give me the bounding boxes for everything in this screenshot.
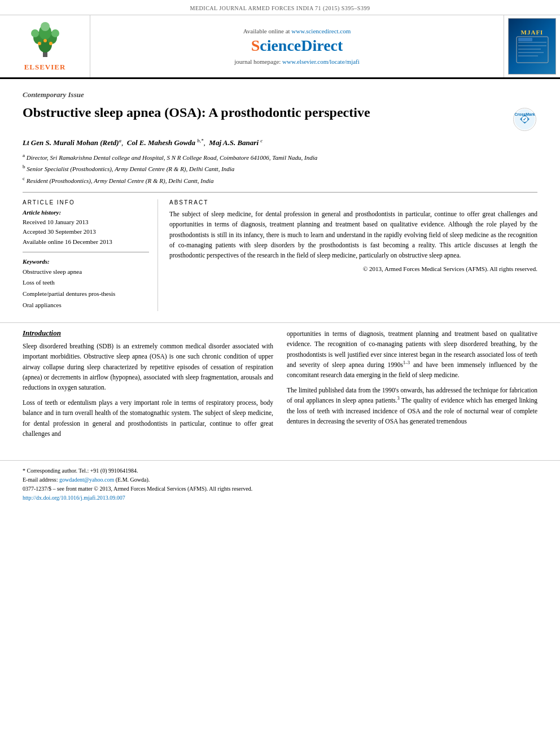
svg-text:✓: ✓ xyxy=(523,117,527,122)
footer-corresponding-author: * Corresponding author. Tel.: +91 (0) 99… xyxy=(23,466,537,475)
crossmark-badge-icon: CrossMark ✓ xyxy=(512,107,537,132)
svg-point-10 xyxy=(43,39,47,42)
keyword-1: Obstructive sleep apnea xyxy=(23,267,149,278)
elsevier-logo-col: ELSEVIER xyxy=(0,15,90,77)
elsevier-label: ELSEVIER xyxy=(24,63,66,72)
intro-para-2: Loss of teeth or edentulism plays a very… xyxy=(23,397,273,439)
right-col-para-2: The limited published data from the 1990… xyxy=(287,385,537,427)
section-label: Contemporary Issue xyxy=(23,90,537,99)
article-title-text: Obstructive sleep apnea (OSA): A prostho… xyxy=(23,104,512,121)
mjafi-cover-graphic xyxy=(515,36,549,64)
author-2: Col E. Mahesh Gowda xyxy=(127,138,195,147)
svg-rect-17 xyxy=(518,38,532,41)
footer-doi-link[interactable]: http://dx.doi.org/10.1016/j.mjafi.2013.0… xyxy=(23,495,125,501)
available-online-date: Available online 16 December 2013 xyxy=(23,237,149,247)
journal-header-bar: Medical Journal Armed Forces India 71 (2… xyxy=(0,0,560,15)
divider-1 xyxy=(23,192,537,193)
svg-point-5 xyxy=(31,29,39,37)
footer-email-line: E-mail address: gowdadent@yahoo.com (E.M… xyxy=(23,475,537,484)
mjafi-cover-col: MJAFI xyxy=(504,15,560,77)
received-date: Received 10 January 2013 xyxy=(23,217,149,228)
author-1: Lt Gen S. Murali Mohan (Retd) xyxy=(23,138,119,147)
body-two-cols: Introduction Sleep disordered breathing … xyxy=(23,329,537,444)
author-3: Maj A.S. Banari xyxy=(209,138,259,147)
footer-notes: * Corresponding author. Tel.: +91 (0) 99… xyxy=(0,460,560,508)
article-history-label: Article history: xyxy=(23,209,149,216)
article-dates: Received 10 January 2013 Accepted 30 Sep… xyxy=(23,217,149,247)
body-area: Introduction Sleep disordered breathing … xyxy=(0,322,560,455)
accepted-date: Accepted 30 September 2013 xyxy=(23,227,149,237)
info-abstract-cols: Article Info Article history: Received 1… xyxy=(23,199,537,311)
science-direct-col: Available online at www.sciencedirect.co… xyxy=(90,15,504,77)
body-col-right: opportunities in terms of diagnosis, tre… xyxy=(287,329,537,444)
keyword-2: Loss of teeth xyxy=(23,277,149,289)
journal-header-text: Medical Journal Armed Forces India 71 (2… xyxy=(190,5,370,11)
abstract-text: The subject of sleep medicine, for denta… xyxy=(169,209,537,261)
mjafi-title-label: MJAFI xyxy=(521,29,544,36)
footer-email-link[interactable]: gowdadent@yahoo.com xyxy=(59,477,114,483)
keyword-3: Complete/partial dentures pros-thesis xyxy=(23,289,149,300)
journal-homepage-url[interactable]: www.elsevier.com/locate/mjafi xyxy=(282,58,360,65)
footer-issn-line: 0377-1237/$ – see front matter © 2013, A… xyxy=(23,484,537,493)
banner-area: ELSEVIER Available online at www.science… xyxy=(0,15,560,79)
affiliations-block: a Director, Sri Ramakrishna Dental colle… xyxy=(23,152,537,185)
keywords-section: Keywords: Obstructive sleep apnea Loss o… xyxy=(23,258,149,311)
keywords-label: Keywords: xyxy=(23,258,149,265)
affiliation-a: a Director, Sri Ramakrishna Dental colle… xyxy=(23,152,537,162)
article-content-area: Contemporary Issue Obstructive sleep apn… xyxy=(0,79,560,322)
affiliation-b: b Senior Specialist (Prosthodontics), Ar… xyxy=(23,163,537,173)
divider-keywords xyxy=(23,252,149,252)
article-info-col: Article Info Article history: Received 1… xyxy=(23,199,158,311)
article-info-header: Article Info xyxy=(23,199,149,206)
affiliation-c: c Resident (Prosthodontics), Army Dental… xyxy=(23,175,537,185)
right-col-para-1: opportunities in terms of diagnosis, tre… xyxy=(287,329,537,381)
svg-point-8 xyxy=(38,42,41,45)
svg-point-9 xyxy=(49,42,53,45)
abstract-col: Abstract The subject of sleep medicine, … xyxy=(169,199,537,311)
abstract-copyright: © 2013, Armed Forces Medical Services (A… xyxy=(169,265,537,272)
authors-line: Lt Gen S. Murali Mohan (Retd)a, Col E. M… xyxy=(23,138,537,147)
mjafi-cover-image: MJAFI xyxy=(508,18,556,75)
keyword-4: Oral appliances xyxy=(23,300,149,311)
body-col-left: Introduction Sleep disordered breathing … xyxy=(23,329,273,444)
elsevier-tree-icon xyxy=(23,21,68,60)
svg-point-7 xyxy=(41,22,50,31)
footer-doi-line: http://dx.doi.org/10.1016/j.mjafi.2013.0… xyxy=(23,493,537,503)
science-direct-url[interactable]: www.sciencedirect.com xyxy=(291,28,351,34)
svg-point-6 xyxy=(51,29,59,37)
available-online-text: Available online at www.sciencedirect.co… xyxy=(243,28,351,34)
article-title-row: Obstructive sleep apnea (OSA): A prostho… xyxy=(23,104,537,132)
abstract-header: Abstract xyxy=(169,199,537,206)
intro-para-1: Sleep disordered breathing (SDB) is an e… xyxy=(23,341,273,393)
introduction-title: Introduction xyxy=(23,329,273,338)
science-direct-title: ScienceDirect xyxy=(251,37,343,55)
journal-homepage-line: journal homepage: www.elsevier.com/locat… xyxy=(234,58,360,65)
